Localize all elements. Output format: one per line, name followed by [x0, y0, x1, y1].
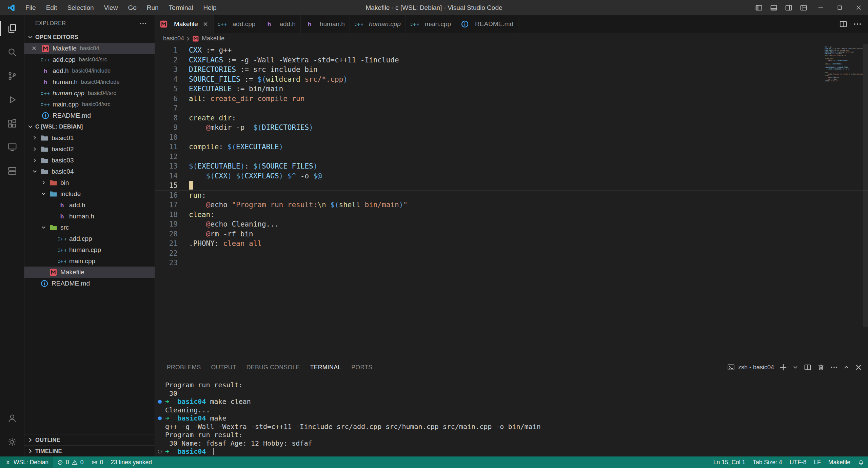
tab-README.md[interactable]: README.md [456, 15, 518, 33]
new-terminal-icon[interactable] [779, 363, 787, 371]
tree-item-human.cpp[interactable]: C++human.cpp [24, 244, 155, 255]
cursor-position[interactable]: Ln 15, Col 1 [710, 456, 749, 468]
code-line-17[interactable]: 17 @echo "Program run result:\n $(shell … [155, 200, 868, 210]
maximize-panel-icon[interactable] [843, 364, 849, 370]
command-decoration-icon[interactable] [158, 450, 162, 453]
code-line-21[interactable]: 21.PHONY: clean all [155, 239, 868, 249]
terminal-profile-dropdown-icon[interactable] [792, 364, 798, 370]
code-line-4[interactable]: 4SOURCE_FILES := $(wildcard src/*.cpp) [155, 75, 868, 84]
toggle-panel-button[interactable] [766, 0, 781, 15]
code-line-14[interactable]: 14 $(CXX) $(CXXFLAGS) $^ -o $@ [155, 171, 868, 181]
toggle-secondary-sidebar-button[interactable] [781, 0, 796, 15]
menu-run[interactable]: Run [142, 0, 164, 15]
ports-status[interactable]: 0 [87, 456, 107, 468]
activity-source-control[interactable] [0, 64, 24, 88]
menu-edit[interactable]: Edit [41, 0, 62, 15]
tree-item-basic04[interactable]: basic04 [24, 166, 155, 177]
activity-settings[interactable] [0, 430, 24, 454]
command-decoration-icon[interactable] [158, 416, 162, 420]
code-line-18[interactable]: 18clean: [155, 210, 868, 220]
tree-item-human.h[interactable]: hhuman.h [24, 211, 155, 222]
code-line-3[interactable]: 3DIRECTORIES := src include bin [155, 65, 868, 75]
tree-item-basic01[interactable]: basic01 [24, 132, 155, 143]
problems-status[interactable]: 0 0 [53, 456, 87, 468]
code-line-13[interactable]: 13$(EXECUTABLE): $(SOURCE_FILES) [155, 161, 868, 171]
tree-item-include[interactable]: include [24, 188, 155, 199]
workspace-header[interactable]: C [WSL: DEBIAN] [24, 121, 155, 132]
code-line-15[interactable]: 15 [155, 181, 868, 191]
tab-add.h[interactable]: hadd.h [260, 15, 301, 33]
menu-view[interactable]: View [99, 0, 123, 15]
tree-item-add.h[interactable]: hadd.h [24, 199, 155, 211]
language-mode[interactable]: Makefile [825, 456, 854, 468]
close-tab-icon[interactable] [202, 21, 209, 27]
code-line-8[interactable]: 8create_dir: [155, 113, 868, 123]
activity-search[interactable] [0, 40, 24, 64]
timeline-header[interactable]: TIMELINE [24, 445, 155, 456]
code-line-5[interactable]: 5EXECUTABLE := bin/main [155, 84, 868, 94]
minimize-button[interactable] [811, 0, 830, 15]
panel-tab-output[interactable]: OUTPUT [206, 359, 240, 375]
terminal-output[interactable]: Program run result: 30➜ basic04 make cle… [155, 375, 868, 456]
command-decoration-icon[interactable] [158, 400, 162, 404]
close-editor-icon[interactable] [31, 45, 37, 51]
code-line-2[interactable]: 2CXXFLAGS := -g -Wall -Wextra -std=c++11… [155, 55, 868, 65]
tab-human.h[interactable]: hhuman.h [301, 15, 350, 33]
open-editor-human.cpp[interactable]: C++human.cppbasic04/src [24, 87, 155, 99]
editor-scrollbar[interactable] [863, 44, 868, 327]
breadcrumb-item-Makefile[interactable]: Makefile [202, 35, 224, 42]
code-line-9[interactable]: 9 @mkdir -p $(DIRECTORIES) [155, 123, 868, 133]
code-line-6[interactable]: 6all: create_dir compile run [155, 94, 868, 104]
toggle-primary-sidebar-button[interactable] [751, 0, 766, 15]
tree-item-basic02[interactable]: basic02 [24, 143, 155, 155]
tab-main.cpp[interactable]: C++main.cpp [406, 15, 456, 33]
activity-extensions[interactable] [0, 112, 24, 135]
editor-more-actions-icon[interactable] [853, 20, 862, 28]
open-editors-header[interactable]: OPEN EDITORS [24, 32, 155, 43]
minimap[interactable]: CXX := g++CXXFLAGS := -g -Wall -Wextra -… [825, 46, 863, 85]
notifications[interactable] [854, 456, 868, 468]
open-editor-main.cpp[interactable]: C++main.cppbasic04/src [24, 99, 155, 110]
tree-item-main.cpp[interactable]: C++main.cpp [24, 255, 155, 267]
breadcrumb-item-basic04[interactable]: basic04 [163, 35, 184, 42]
activity-remote-targets[interactable] [0, 159, 24, 183]
panel-tab-ports[interactable]: PORTS [347, 359, 377, 375]
menu-help[interactable]: Help [198, 0, 221, 15]
maximize-button[interactable] [830, 0, 849, 15]
code-line-20[interactable]: 20 @rm -rf bin [155, 229, 868, 239]
code-line-19[interactable]: 19 @echo Cleaning... [155, 219, 868, 229]
tree-item-README.md[interactable]: README.md [24, 278, 155, 289]
panel-tab-problems[interactable]: PROBLEMS [162, 359, 205, 375]
close-window-button[interactable] [849, 0, 868, 15]
code-editor[interactable]: 1CXX := g++2CXXFLAGS := -g -Wall -Wextra… [155, 44, 868, 359]
indentation[interactable]: Tab Size: 4 [749, 456, 786, 468]
tree-item-basic03[interactable]: basic03 [24, 155, 155, 166]
kill-terminal-icon[interactable] [817, 363, 825, 371]
tree-item-Makefile[interactable]: Makefile [24, 267, 155, 278]
panel-tab-debug-console[interactable]: DEBUG CONSOLE [242, 359, 304, 375]
tree-item-src[interactable]: src [24, 222, 155, 233]
open-editor-human.h[interactable]: hhuman.hbasic04/include [24, 76, 155, 87]
code-line-12[interactable]: 12 [155, 152, 868, 162]
activity-accounts[interactable] [0, 406, 24, 430]
menu-file[interactable]: File [20, 0, 41, 15]
menu-terminal[interactable]: Terminal [164, 0, 198, 15]
split-terminal-icon[interactable] [804, 363, 812, 371]
panel-more-actions-icon[interactable] [830, 363, 838, 371]
open-editor-Makefile[interactable]: Makefilebasic04 [24, 43, 155, 54]
activity-explorer[interactable] [0, 17, 24, 40]
outline-header[interactable]: OUTLINE [24, 434, 155, 445]
menu-go[interactable]: Go [123, 0, 141, 15]
open-editor-add.cpp[interactable]: C++add.cppbasic04/src [24, 54, 155, 65]
tab-human.cpp[interactable]: C++human.cpp [350, 15, 406, 33]
tab-add.cpp[interactable]: C++add.cpp [214, 15, 261, 33]
remote-indicator[interactable]: WSL: Debian [0, 456, 53, 468]
code-line-1[interactable]: 1CXX := g++ [155, 45, 868, 55]
tree-item-bin[interactable]: bin [24, 177, 155, 188]
activity-run-debug[interactable] [0, 88, 24, 112]
encoding[interactable]: UTF-8 [786, 456, 810, 468]
activity-remote-explorer[interactable] [0, 135, 24, 159]
code-line-16[interactable]: 16run: [155, 191, 868, 200]
code-line-22[interactable]: 22 [155, 249, 868, 258]
terminal-selector[interactable]: zsh - basic04 [727, 363, 774, 371]
